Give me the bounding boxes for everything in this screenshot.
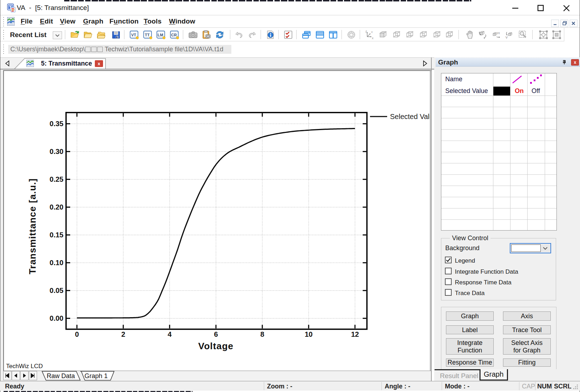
svg-text:H: H	[497, 31, 500, 35]
svg-text:6: 6	[214, 330, 218, 338]
svg-text:2: 2	[121, 330, 125, 338]
svg-text:Raw Data: Raw Data	[47, 372, 75, 380]
svg-text:CR: CR	[171, 33, 177, 37]
svg-text:0: 0	[75, 330, 79, 338]
svg-text:0.05: 0.05	[50, 287, 63, 294]
svg-text:LM: LM	[158, 33, 163, 37]
svg-text:Selected Value: Selected Value	[445, 87, 488, 94]
svg-text:TT: TT	[145, 33, 150, 37]
svg-text:0.30: 0.30	[50, 148, 63, 155]
svg-text:Z: Z	[365, 30, 367, 33]
svg-text:X: X	[372, 37, 374, 40]
svg-text:0.00: 0.00	[50, 314, 63, 322]
svg-text:On: On	[515, 87, 524, 94]
svg-text:TechWiz LCD: TechWiz LCD	[6, 363, 43, 370]
svg-text:0.15: 0.15	[50, 231, 63, 239]
svg-text:Selected Valu: Selected Valu	[390, 113, 430, 120]
svg-text:12: 12	[351, 330, 359, 338]
svg-text:Graph 1: Graph 1	[84, 372, 108, 380]
svg-text:VT: VT	[131, 33, 136, 37]
svg-text:Voltage: Voltage	[198, 341, 233, 351]
svg-text:8: 8	[260, 330, 264, 338]
svg-text:V: V	[505, 36, 508, 39]
svg-text:4: 4	[168, 330, 172, 338]
svg-text:Off: Off	[532, 87, 540, 94]
svg-text:0.25: 0.25	[50, 175, 63, 183]
svg-text:10: 10	[305, 330, 313, 338]
svg-text:Transmittance [a.u.]: Transmittance [a.u.]	[27, 178, 38, 274]
svg-text:Name: Name	[445, 76, 462, 83]
svg-text:0.20: 0.20	[50, 203, 63, 211]
svg-text:Y: Y	[371, 31, 373, 33]
svg-text:0.10: 0.10	[50, 259, 63, 267]
svg-text:0.35: 0.35	[50, 120, 63, 128]
